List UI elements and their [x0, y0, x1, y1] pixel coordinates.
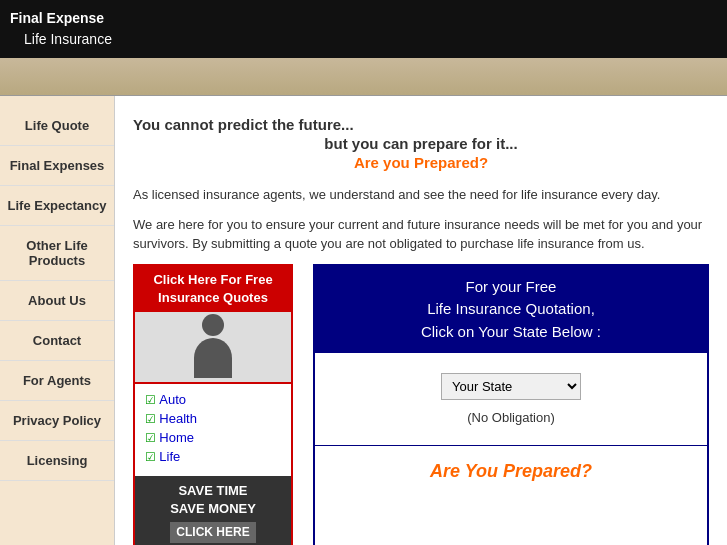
sidebar-item-life-quote[interactable]: Life Quote	[0, 106, 114, 146]
quote-header-line1: For your Free	[325, 276, 697, 299]
quote-header-line3: Click on Your State Below :	[325, 321, 697, 344]
person-head	[202, 314, 224, 336]
main-layout: Life QuoteFinal ExpensesLife ExpectancyO…	[0, 96, 727, 545]
ad-footer[interactable]: SAVE TIME SAVE MONEY CLICK HERE	[135, 476, 291, 545]
person-body	[194, 338, 232, 378]
quote-header: For your Free Life Insurance Quotation, …	[315, 266, 707, 354]
quote-header-line2: Life Insurance Quotation,	[325, 298, 697, 321]
ad-link-health[interactable]: Health	[145, 409, 281, 428]
quote-body: Your State AlabamaAlaskaArizona Arkansas…	[315, 353, 707, 446]
ad-header: Click Here For Free Insurance Quotes	[135, 266, 291, 312]
ad-links: AutoHealthHomeLife	[135, 384, 291, 472]
ad-box: Click Here For Free Insurance Quotes Aut…	[133, 264, 293, 546]
ad-link-auto[interactable]: Auto	[145, 390, 281, 409]
sidebar-item-about-us[interactable]: About Us	[0, 281, 114, 321]
gold-bar	[0, 58, 727, 96]
ad-click-here[interactable]: CLICK HERE	[170, 522, 255, 543]
content-columns: Click Here For Free Insurance Quotes Aut…	[133, 264, 709, 546]
headline1: You cannot predict the future...	[133, 116, 709, 133]
person-silhouette	[188, 314, 238, 379]
top-bar: Final Expense Life Insurance	[0, 0, 727, 58]
quote-footer: Are You Prepared?	[315, 446, 707, 497]
header-title-line2: Life Insurance	[10, 29, 717, 50]
intro-text-1: As licensed insurance agents, we underst…	[133, 185, 709, 205]
quote-are-prepared: Are You Prepared?	[330, 461, 692, 482]
main-content: You cannot predict the future... but you…	[115, 96, 727, 545]
sidebar: Life QuoteFinal ExpensesLife ExpectancyO…	[0, 96, 115, 545]
sidebar-item-contact[interactable]: Contact	[0, 321, 114, 361]
sidebar-item-final-expenses[interactable]: Final Expenses	[0, 146, 114, 186]
intro-text-2: We are here for you to ensure your curre…	[133, 215, 709, 254]
sidebar-item-for-agents[interactable]: For Agents	[0, 361, 114, 401]
state-select[interactable]: Your State AlabamaAlaskaArizona Arkansas…	[441, 373, 581, 400]
sidebar-item-life-expectancy[interactable]: Life Expectancy	[0, 186, 114, 226]
tagline: Are you Prepared?	[133, 154, 709, 171]
ad-person-image	[135, 312, 291, 382]
ad-save-money: SAVE MONEY	[141, 500, 285, 518]
no-obligation-text: (No Obligation)	[335, 410, 687, 425]
ad-save-time: SAVE TIME	[141, 482, 285, 500]
ad-link-home[interactable]: Home	[145, 428, 281, 447]
sidebar-item-licensing[interactable]: Licensing	[0, 441, 114, 481]
ad-link-life[interactable]: Life	[145, 447, 281, 466]
sidebar-item-other-life-products[interactable]: Other Life Products	[0, 226, 114, 281]
headline2: but you can prepare for it...	[133, 135, 709, 152]
quote-box: For your Free Life Insurance Quotation, …	[313, 264, 709, 546]
header-title-line1: Final Expense	[10, 8, 717, 29]
sidebar-item-privacy-policy[interactable]: Privacy Policy	[0, 401, 114, 441]
